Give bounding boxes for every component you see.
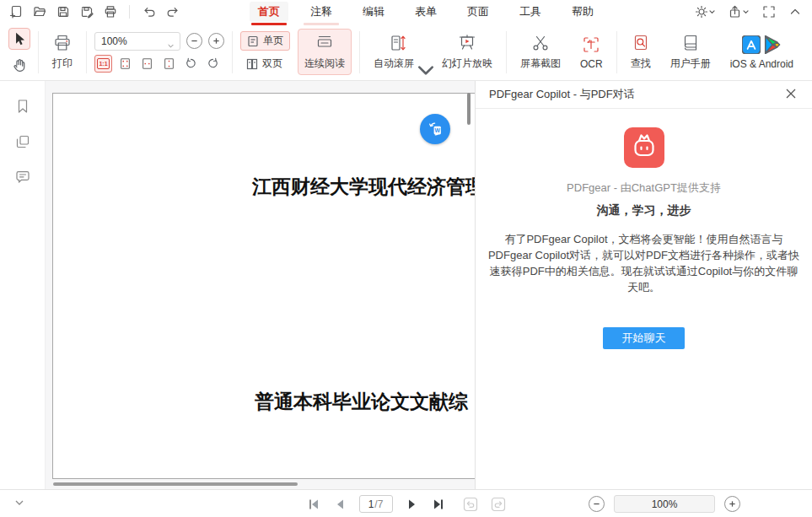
first-page-button[interactable] (307, 498, 320, 511)
divider (616, 31, 617, 73)
select-tool-button[interactable] (8, 28, 30, 50)
copilot-panel-title: PDFgear Copilot - 与PDF对话 (489, 87, 635, 102)
rotate-left-button[interactable] (182, 55, 200, 73)
screenshot-label: 屏幕截图 (520, 57, 561, 71)
app-store-icon (742, 35, 761, 54)
rotate-right-button[interactable] (204, 55, 222, 73)
tab-home[interactable]: 首页 (250, 2, 288, 22)
tab-help[interactable]: 帮助 (563, 2, 602, 22)
close-icon[interactable] (785, 88, 799, 101)
word-convert-icon: W (426, 120, 444, 138)
ocr-icon (582, 35, 600, 55)
auto-scroll-label: 自动滚屏 (374, 57, 414, 71)
next-view-button[interactable] (491, 497, 506, 512)
fit-height-button[interactable] (160, 55, 178, 73)
document-title-text: 江西财经大学现代经济管理 (252, 174, 475, 200)
pointer-tools (8, 28, 30, 76)
scissors-icon (531, 33, 550, 53)
ocr-button[interactable]: OCR (574, 31, 609, 73)
undo-icon[interactable] (142, 5, 156, 19)
document-viewport[interactable]: 江西财经大学现代经济管理 普通本科毕业论文文献综 W (46, 81, 475, 489)
divider (129, 5, 130, 19)
collapse-ribbon-icon[interactable] (788, 5, 802, 19)
bookmarks-icon[interactable] (14, 98, 31, 115)
document-subtitle-text: 普通本科毕业论文文献综 (255, 389, 468, 415)
print-button[interactable]: 打印 (46, 30, 78, 74)
horizontal-scrollbar-thumb[interactable] (53, 482, 298, 486)
user-manual-button[interactable]: 用户手册 (664, 30, 717, 74)
double-page-button[interactable]: 双页 (240, 55, 288, 73)
slideshow-icon (458, 33, 476, 53)
single-page-label: 单页 (263, 34, 283, 48)
tab-form[interactable]: 表单 (406, 2, 445, 22)
convert-to-word-button[interactable]: W (420, 114, 450, 144)
previous-view-button[interactable] (463, 497, 478, 512)
continuous-reading-button[interactable]: 连续阅读 (298, 29, 352, 75)
statusbar-zoom-in-button[interactable] (724, 496, 740, 512)
tab-annotate[interactable]: 注释 (302, 2, 341, 22)
divider (38, 31, 39, 73)
quick-print-icon[interactable] (103, 5, 117, 19)
find-button[interactable]: 查找 (625, 30, 657, 74)
page-layout-tools: 单页 双页 (240, 31, 290, 73)
open-file-icon[interactable] (32, 5, 46, 19)
page-navigation: 1 /7 (307, 490, 506, 517)
mobile-apps-button[interactable]: iOS & Android (724, 31, 799, 73)
fit-page-button[interactable] (116, 55, 134, 73)
save-as-icon[interactable] (79, 5, 94, 19)
statusbar: 1 /7 100% (0, 489, 812, 517)
statusbar-zoom-value[interactable]: 100% (614, 495, 715, 513)
slideshow-button[interactable]: 幻灯片放映 (436, 30, 498, 74)
next-page-button[interactable] (406, 498, 419, 511)
current-page-value: 1 (368, 498, 374, 510)
tab-edit[interactable]: 编辑 (354, 2, 393, 22)
collapse-statusbar-icon[interactable] (13, 497, 25, 509)
double-page-label: 双页 (262, 57, 282, 71)
copilot-robot-icon (624, 127, 664, 168)
double-page-icon (246, 58, 258, 70)
copilot-slogan: 沟通，学习，进步 (597, 203, 691, 218)
manual-book-icon (681, 33, 700, 53)
google-play-icon (763, 35, 782, 54)
single-page-button[interactable]: 单页 (240, 31, 290, 51)
vertical-scrollbar-thumb[interactable] (467, 93, 471, 125)
print-label: 打印 (52, 57, 73, 71)
divider (232, 31, 233, 73)
fullscreen-icon[interactable] (761, 5, 776, 19)
pdf-page: 江西财经大学现代经济管理 普通本科毕业论文文献综 W (52, 93, 475, 479)
copilot-panel-body: PDFgear - 由ChatGPT提供支持 沟通，学习，进步 有了PDFgea… (476, 109, 812, 349)
zoom-in-button[interactable] (208, 33, 224, 49)
save-icon[interactable] (56, 5, 70, 19)
auto-scroll-button[interactable]: 自动滚屏 (368, 30, 428, 74)
quick-access-toolbar (8, 5, 180, 19)
hand-tool-button[interactable] (8, 54, 30, 76)
redo-icon[interactable] (165, 5, 180, 19)
copilot-description: 有了PDFgear Copilot，文档将会更智能！使用自然语言与PDFgear… (485, 232, 804, 295)
actual-size-button[interactable]: 1:1 (94, 55, 112, 73)
statusbar-zoom-controls: 100% (589, 490, 740, 517)
last-page-button[interactable] (432, 498, 445, 511)
tab-tools[interactable]: 工具 (511, 2, 550, 22)
find-label: 查找 (631, 57, 651, 71)
print-icon (53, 33, 72, 53)
comments-icon[interactable] (14, 169, 31, 186)
start-chat-button[interactable]: 开始聊天 (603, 327, 685, 349)
statusbar-zoom-out-button[interactable] (589, 496, 605, 512)
zoom-level-select[interactable]: 100% (94, 32, 180, 51)
chevron-down-icon (168, 39, 174, 43)
divider (86, 31, 87, 73)
divider (359, 31, 360, 73)
previous-page-button[interactable] (333, 498, 347, 511)
tab-page[interactable]: 页面 (459, 2, 497, 22)
screenshot-button[interactable]: 屏幕截图 (514, 30, 567, 74)
share-icon[interactable] (728, 5, 750, 19)
new-file-icon[interactable] (8, 5, 23, 19)
page-number-input[interactable]: 1 /7 (359, 495, 393, 513)
main-toolbar: 打印 100% 1:1 (0, 24, 812, 81)
page-thumbnails-icon[interactable] (14, 133, 31, 150)
zoom-out-button[interactable] (186, 33, 202, 49)
copilot-panel-header: PDFgear Copilot - 与PDF对话 (476, 81, 812, 109)
fit-width-button[interactable] (138, 55, 156, 73)
main-area: 江西财经大学现代经济管理 普通本科毕业论文文献综 W PDFgear Copil… (0, 81, 812, 489)
theme-icon[interactable] (694, 5, 716, 19)
